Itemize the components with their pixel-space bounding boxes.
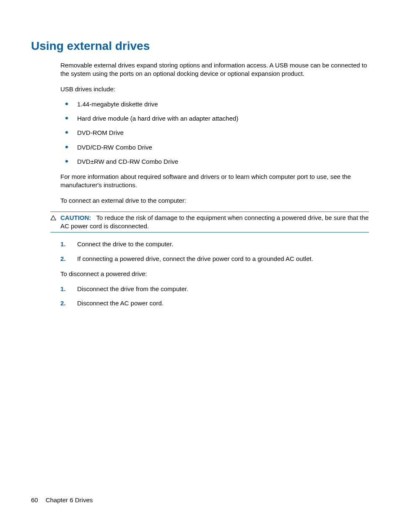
chapter-label: Chapter 6 Drives	[46, 496, 93, 504]
disconnect-lead: To disconnect a powered drive:	[60, 270, 369, 278]
step-item: 1.Connect the drive to the computer.	[60, 240, 369, 248]
bullet-icon	[65, 131, 68, 134]
bullet-icon	[65, 117, 68, 119]
step-item: 2.Disconnect the AC power cord.	[60, 299, 369, 307]
step-number: 2.	[60, 255, 71, 263]
list-item: 1.44-megabyte diskette drive	[60, 100, 369, 108]
list-item-text: 1.44-megabyte diskette drive	[77, 101, 158, 108]
step-number: 2.	[60, 299, 71, 307]
body-content: Removable external drives expand storing…	[31, 61, 369, 308]
connect-lead: To connect an external drive to the comp…	[60, 196, 369, 205]
list-item: DVD±RW and CD-RW Combo Drive	[60, 158, 369, 166]
usb-list: 1.44-megabyte diskette drive Hard drive …	[60, 100, 369, 166]
step-text: If connecting a powered drive, connect t…	[77, 255, 313, 262]
step-item: 1.Disconnect the drive from the computer…	[60, 285, 369, 293]
caution-label: CAUTION:	[60, 214, 91, 221]
list-item-text: DVD-ROM Drive	[77, 129, 124, 136]
page-footer: 60Chapter 6 Drives	[31, 496, 93, 504]
caution-text: CAUTION: To reduce the risk of damage to…	[60, 214, 369, 231]
more-info-paragraph: For more information about required soft…	[60, 173, 369, 190]
page-number: 60	[31, 496, 38, 504]
step-text: Connect the drive to the computer.	[77, 240, 173, 248]
list-item: Hard drive module (a hard drive with an …	[60, 114, 369, 123]
intro-paragraph: Removable external drives expand storing…	[60, 61, 369, 78]
step-text: Disconnect the drive from the computer.	[77, 285, 188, 292]
step-number: 1.	[60, 240, 71, 248]
caution-body: To reduce the risk of damage to the equi…	[60, 214, 369, 230]
list-item-text: DVD/CD-RW Combo Drive	[77, 144, 152, 151]
disconnect-steps: 1.Disconnect the drive from the computer…	[60, 285, 369, 308]
list-item: DVD/CD-RW Combo Drive	[60, 143, 369, 152]
caution-callout: CAUTION: To reduce the risk of damage to…	[50, 212, 369, 233]
list-item-text: Hard drive module (a hard drive with an …	[77, 115, 238, 122]
step-number: 1.	[60, 285, 71, 293]
list-item: DVD-ROM Drive	[60, 129, 369, 137]
warning-triangle-icon	[50, 214, 56, 223]
step-item: 2.If connecting a powered drive, connect…	[60, 255, 369, 263]
bullet-icon	[65, 160, 68, 163]
document-page: Using external drives Removable external…	[0, 0, 400, 532]
bullet-icon	[65, 103, 68, 105]
page-title: Using external drives	[31, 39, 369, 53]
connect-steps: 1.Connect the drive to the computer. 2.I…	[60, 240, 369, 263]
usb-lead: USB drives include:	[60, 85, 369, 93]
list-item-text: DVD±RW and CD-RW Combo Drive	[77, 158, 178, 165]
bullet-icon	[65, 146, 68, 148]
step-text: Disconnect the AC power cord.	[77, 300, 164, 307]
